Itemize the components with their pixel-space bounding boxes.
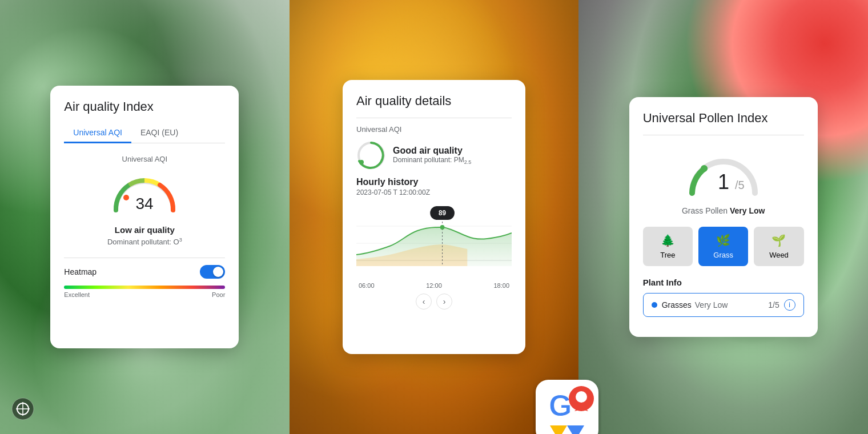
svg-text:/5: /5 <box>735 179 745 191</box>
weed-icon: 🌱 <box>771 234 786 247</box>
dominant-pollutant: Dominant pollutant: O3 <box>64 237 225 246</box>
plant-info-title: Plant Info <box>643 278 804 287</box>
color-bar-wrapper: Excellent Poor <box>64 286 225 298</box>
aqi-row: Good air quality Dominant pollutant: PM2… <box>356 140 512 170</box>
svg-text:G: G <box>549 389 572 422</box>
color-bar-right-label: Poor <box>212 291 225 298</box>
plant-dot <box>652 302 657 308</box>
pollen-gauge-container: 1 /5 <box>643 144 804 202</box>
plant-info-right: 1/5 i <box>768 299 795 311</box>
tab-row: Universal AQI EAQI (EU) <box>64 123 225 143</box>
svg-point-22 <box>701 165 708 172</box>
color-bar <box>64 286 225 289</box>
pollen-btn-weed-label: Weed <box>769 251 789 259</box>
aqi-gauge-svg: 34 <box>110 170 179 216</box>
svg-text:1: 1 <box>718 170 729 194</box>
chart-label-2: 18:00 <box>493 282 509 289</box>
chart-section: Hourly history 2023-07-05 T 12:00:00Z <box>356 177 512 310</box>
aqi-detail-text: Good air quality Dominant pollutant: PM2… <box>393 146 471 165</box>
pollen-btn-grass-label: Grass <box>713 251 733 259</box>
map-controls-icon <box>11 397 34 423</box>
chart-prev-button[interactable]: ‹ <box>416 294 432 310</box>
svg-point-4 <box>123 195 129 200</box>
divider2 <box>356 118 512 118</box>
pollen-plant-type: Grass Pollen <box>682 206 728 215</box>
aqi-detail-pollutant: Dominant pollutant: PM2.5 <box>393 156 471 165</box>
color-bar-left-label: Excellent <box>64 291 90 298</box>
aqi-section-label: Universal AQI <box>64 155 225 163</box>
pollen-btn-weed[interactable]: 🌱 Weed <box>754 227 803 266</box>
heatmap-label: Heatmap <box>64 267 97 276</box>
pollen-btn-tree-label: Tree <box>660 251 675 259</box>
chart-title: Hourly history <box>356 177 512 187</box>
chart-next-button[interactable]: › <box>436 294 452 310</box>
tab-eaqi-eu[interactable]: EAQI (EU) <box>131 123 187 143</box>
heatmap-toggle[interactable] <box>200 265 225 279</box>
grass-icon: 🌿 <box>716 234 730 247</box>
color-bar-labels: Excellent Poor <box>64 291 225 298</box>
chart-label-0: 06:00 <box>359 282 375 289</box>
svg-point-7 <box>359 160 364 164</box>
chart-svg: 89 <box>356 203 512 278</box>
heatmap-row: Heatmap <box>64 265 225 279</box>
pollen-label: Grass Pollen Very Low <box>643 206 804 215</box>
pollen-btn-tree[interactable]: 🌲 Tree <box>643 227 693 266</box>
chart-label-1: 12:00 <box>426 282 442 289</box>
plant-score: 1/5 <box>768 300 779 310</box>
divider <box>64 258 225 258</box>
card2-title: Air quality details <box>356 94 512 108</box>
panel-air-quality-details: Air quality details Universal AQI Good a… <box>290 0 579 434</box>
aqi-gauge-container: 34 <box>64 170 225 216</box>
small-aqi-gauge <box>356 140 386 170</box>
tab-universal-aqi[interactable]: Universal AQI <box>64 123 131 143</box>
svg-text:89: 89 <box>439 209 446 217</box>
panel-pollen-index: Universal Pollen Index 1 /5 Grass Pollen… <box>578 0 868 434</box>
pollen-index-card: Universal Pollen Index 1 /5 Grass Pollen… <box>629 97 818 337</box>
air-quality-details-card: Air quality details Universal AQI Good a… <box>343 80 525 354</box>
air-quality-label: Low air quality <box>64 225 225 235</box>
plant-info-left: Grasses Very Low <box>652 300 728 310</box>
google-maps-icon: G G <box>533 377 601 434</box>
aqi-detail-quality: Good air quality <box>393 146 471 156</box>
air-quality-index-card: Air quality Index Universal AQI EAQI (EU… <box>50 86 239 348</box>
panel-air-quality-index: Air quality Index Universal AQI EAQI (EU… <box>0 0 290 434</box>
pollen-type-buttons: 🌲 Tree 🌿 Grass 🌱 Weed <box>643 227 804 266</box>
card3-title: Universal Pollen Index <box>643 111 804 126</box>
plant-info-icon[interactable]: i <box>784 299 795 311</box>
tree-icon: 🌲 <box>661 234 675 247</box>
chart-timestamp: 2023-07-05 T 12:00:00Z <box>356 188 512 196</box>
svg-point-19 <box>576 391 587 403</box>
card1-title: Air quality Index <box>64 99 225 114</box>
plant-info-row: Grasses Very Low 1/5 i <box>643 293 804 317</box>
plant-name: Grasses <box>662 300 692 310</box>
chart-area: 89 <box>356 203 512 278</box>
pollen-level-text: Very Low <box>730 206 765 215</box>
divider3 <box>643 135 804 135</box>
svg-point-12 <box>440 225 445 230</box>
chart-x-labels: 06:00 12:00 18:00 <box>356 282 512 289</box>
pollen-gauge-svg: 1 /5 <box>684 144 763 202</box>
plant-level: Very Low <box>695 300 728 310</box>
pollen-btn-grass[interactable]: 🌿 Grass <box>698 227 748 266</box>
chart-nav: ‹ › <box>356 294 512 310</box>
aqi-section-label2: Universal AQI <box>356 125 512 134</box>
svg-text:34: 34 <box>136 195 154 212</box>
